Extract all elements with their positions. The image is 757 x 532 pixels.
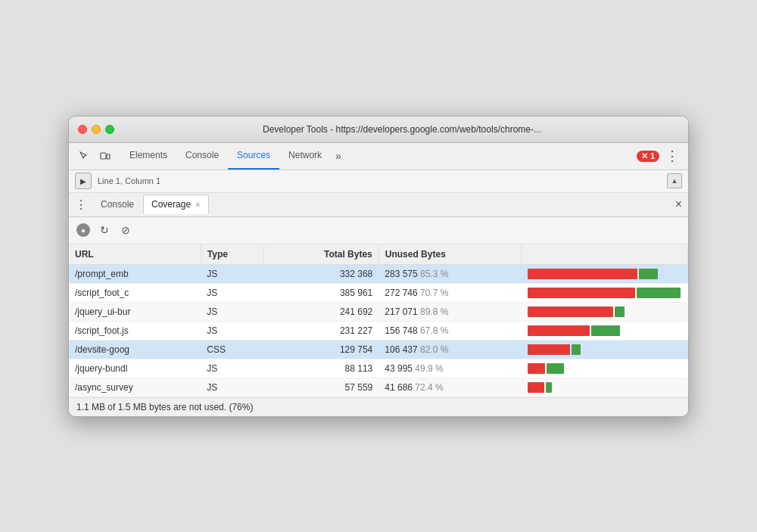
devtools-toolbar: Elements Console Sources Network » ✕ 1 ⋮ xyxy=(69,143,688,170)
col-total-bytes[interactable]: Total Bytes xyxy=(263,244,378,265)
cell-type: JS xyxy=(201,302,263,321)
coverage-actions: ● ↻ ⊘ xyxy=(69,217,688,244)
cell-unused-bytes: 272 746 70.7 % xyxy=(378,283,521,302)
drawer-tab-console[interactable]: Console xyxy=(93,194,142,214)
cell-bar xyxy=(522,264,688,283)
table-row[interactable]: /jquery-bundl JS 88 113 43 995 49.9 % xyxy=(69,359,688,378)
col-type[interactable]: Type xyxy=(201,244,263,265)
cell-unused-bytes: 283 575 85.3 % xyxy=(378,264,521,283)
cell-total-bytes: 129 754 xyxy=(263,340,378,359)
drawer-tab-coverage[interactable]: Coverage × xyxy=(143,194,208,214)
window-title: Developer Tools - https://developers.goo… xyxy=(125,124,679,135)
error-icon: ✕ xyxy=(641,151,648,161)
refresh-button[interactable]: ↻ xyxy=(98,223,111,237)
menu-button[interactable]: ⋮ xyxy=(662,148,682,164)
cell-unused-bytes: 217 071 89.8 % xyxy=(378,302,521,321)
status-text: 1.1 MB of 1.5 MB bytes are not used. (76… xyxy=(76,402,253,412)
cell-unused-bytes: 43 995 49.9 % xyxy=(378,359,521,378)
panel-toggle-icon[interactable]: ▶ xyxy=(75,173,92,189)
cell-url: /jquery-bundl xyxy=(69,359,201,378)
cell-bar xyxy=(522,359,688,378)
title-bar: Developer Tools - https://developers.goo… xyxy=(69,117,688,143)
secondary-toolbar: ▶ Line 1, Column 1 ▲ xyxy=(69,170,688,193)
cell-total-bytes: 385 961 xyxy=(263,283,378,302)
cell-url: /jquery_ui-bur xyxy=(69,302,201,321)
clear-button[interactable]: ⊘ xyxy=(119,223,132,237)
coverage-table-container: URL Type Total Bytes Unused Bytes /promp… xyxy=(69,244,688,397)
cell-bar xyxy=(522,378,688,397)
cell-bar xyxy=(522,321,688,340)
tab-console[interactable]: Console xyxy=(176,143,228,170)
col-url[interactable]: URL xyxy=(69,244,201,265)
table-row[interactable]: /script_foot.js JS 231 227 156 748 67.8 … xyxy=(69,321,688,340)
resize-panel-icon[interactable]: ▲ xyxy=(667,173,682,188)
maximize-button[interactable] xyxy=(105,125,114,134)
cell-url: /devsite-goog xyxy=(69,340,201,359)
cell-type: CSS xyxy=(201,340,263,359)
cell-unused-bytes: 106 437 82.0 % xyxy=(378,340,521,359)
cell-bar xyxy=(522,302,688,321)
tab-elements[interactable]: Elements xyxy=(120,143,176,170)
col-bar xyxy=(522,244,688,265)
device-toggle-icon[interactable] xyxy=(96,147,114,165)
cell-type: JS xyxy=(201,359,263,378)
drawer-tabs: ⋮ Console Coverage × × xyxy=(69,193,688,217)
devtools-window: Developer Tools - https://developers.goo… xyxy=(68,116,689,417)
table-row[interactable]: /async_survey JS 57 559 41 686 72.4 % xyxy=(69,378,688,397)
drawer-close-icon[interactable]: × xyxy=(675,198,682,211)
cell-total-bytes: 332 368 xyxy=(263,264,378,283)
cell-unused-bytes: 156 748 67.8 % xyxy=(378,321,521,340)
cell-bar xyxy=(522,340,688,359)
minimize-button[interactable] xyxy=(92,125,101,134)
table-header-row: URL Type Total Bytes Unused Bytes xyxy=(69,244,688,265)
tab-sources[interactable]: Sources xyxy=(228,143,279,170)
cell-url: /prompt_emb xyxy=(69,264,201,283)
svg-rect-1 xyxy=(107,154,110,159)
table-row[interactable]: /devsite-goog CSS 129 754 106 437 82.0 % xyxy=(69,340,688,359)
svg-rect-0 xyxy=(101,153,106,159)
close-button[interactable] xyxy=(78,125,87,134)
cell-url: /async_survey xyxy=(69,378,201,397)
coverage-table: URL Type Total Bytes Unused Bytes /promp… xyxy=(69,244,688,397)
cell-total-bytes: 57 559 xyxy=(263,378,378,397)
tab-nav: Elements Console Sources Network » xyxy=(120,143,346,170)
table-row[interactable]: /script_foot_c JS 385 961 272 746 70.7 % xyxy=(69,283,688,302)
tab-network[interactable]: Network xyxy=(279,143,331,170)
cell-total-bytes: 88 113 xyxy=(263,359,378,378)
cell-total-bytes: 231 227 xyxy=(263,321,378,340)
cell-type: JS xyxy=(201,283,263,302)
error-badge[interactable]: ✕ 1 xyxy=(637,151,659,162)
status-bar: 1.1 MB of 1.5 MB bytes are not used. (76… xyxy=(69,397,688,416)
coverage-tab-close-icon[interactable]: × xyxy=(195,200,200,209)
cell-total-bytes: 241 692 xyxy=(263,302,378,321)
col-unused-bytes[interactable]: Unused Bytes xyxy=(378,244,521,265)
cell-type: JS xyxy=(201,264,263,283)
cell-unused-bytes: 41 686 72.4 % xyxy=(378,378,521,397)
cell-url: /script_foot.js xyxy=(69,321,201,340)
error-count: 1 xyxy=(650,151,655,160)
cursor-position: Line 1, Column 1 xyxy=(98,176,160,185)
cell-type: JS xyxy=(201,378,263,397)
cell-bar xyxy=(522,283,688,302)
table-row[interactable]: /prompt_emb JS 332 368 283 575 85.3 % xyxy=(69,264,688,283)
cell-url: /script_foot_c xyxy=(69,283,201,302)
table-row[interactable]: /jquery_ui-bur JS 241 692 217 071 89.8 % xyxy=(69,302,688,321)
cell-type: JS xyxy=(201,321,263,340)
traffic-lights xyxy=(78,125,114,134)
tab-more-icon[interactable]: » xyxy=(331,150,346,162)
inspect-icon[interactable] xyxy=(75,147,93,165)
drawer-menu-icon[interactable]: ⋮ xyxy=(75,198,87,212)
record-button[interactable]: ● xyxy=(76,223,90,237)
